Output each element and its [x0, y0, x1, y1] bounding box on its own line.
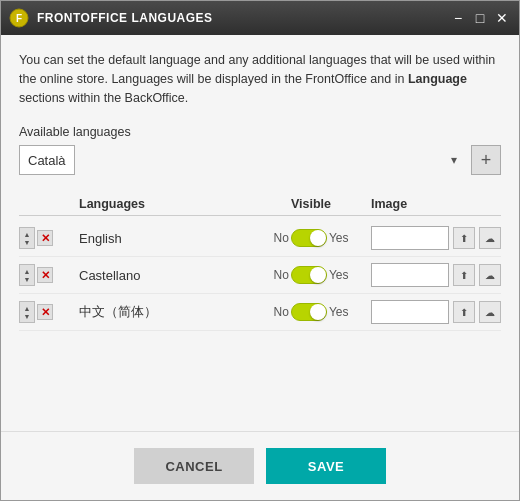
- sort-up-icon: ▲: [24, 231, 31, 238]
- dialog-title: FRONTOFFICE LANGUAGES: [37, 11, 449, 25]
- available-languages-label: Available languages: [19, 125, 501, 139]
- visible-toggle-castellano: No Yes: [251, 266, 371, 284]
- visible-no-label-castellano: No: [274, 268, 289, 282]
- image-upload-button-english[interactable]: ⬆: [453, 227, 475, 249]
- cancel-button[interactable]: CANCEL: [134, 448, 254, 484]
- title-bar: F FRONTOFFICE LANGUAGES − □ ✕: [1, 1, 519, 35]
- description-text2: sections within the BackOffice.: [19, 91, 188, 105]
- sort-down-icon: ▼: [24, 239, 31, 246]
- visible-no-label-chinese: No: [274, 305, 289, 319]
- delete-button-chinese[interactable]: ✕: [37, 304, 53, 320]
- app-icon: F: [9, 8, 29, 28]
- delete-button-castellano[interactable]: ✕: [37, 267, 53, 283]
- image-col-chinese: ⬆ ☁: [371, 300, 501, 324]
- image-clear-button-english[interactable]: ☁: [479, 227, 501, 249]
- language-dropdown-wrapper: Català: [19, 145, 465, 175]
- image-clear-button-chinese[interactable]: ☁: [479, 301, 501, 323]
- image-col-castellano: ⬆ ☁: [371, 263, 501, 287]
- image-input-castellano[interactable]: [371, 263, 449, 287]
- row-controls-english: ▲ ▼ ✕: [19, 227, 79, 249]
- maximize-button[interactable]: □: [471, 9, 489, 27]
- add-language-button[interactable]: +: [471, 145, 501, 175]
- table-row: ▲ ▼ ✕ English No Yes ⬆ ☁: [19, 220, 501, 257]
- language-dropdown[interactable]: Català: [19, 145, 75, 175]
- delete-button-english[interactable]: ✕: [37, 230, 53, 246]
- row-controls-chinese: ▲ ▼ ✕: [19, 301, 79, 323]
- table-row: ▲ ▼ ✕ 中文（简体） No Yes ⬆ ☁: [19, 294, 501, 331]
- visible-toggle-switch-chinese[interactable]: [291, 303, 327, 321]
- window-controls: − □ ✕: [449, 9, 511, 27]
- header-visible: Visible: [251, 197, 371, 211]
- image-input-english[interactable]: [371, 226, 449, 250]
- table-row: ▲ ▼ ✕ Castellano No Yes ⬆ ☁: [19, 257, 501, 294]
- sort-button-english[interactable]: ▲ ▼: [19, 227, 35, 249]
- visible-yes-label-english: Yes: [329, 231, 349, 245]
- sort-button-castellano[interactable]: ▲ ▼: [19, 264, 35, 286]
- image-clear-button-castellano[interactable]: ☁: [479, 264, 501, 286]
- languages-list: ▲ ▼ ✕ English No Yes ⬆ ☁: [19, 220, 501, 331]
- svg-text:F: F: [16, 13, 22, 24]
- language-selector-row: Català +: [19, 145, 501, 175]
- save-button[interactable]: SAVE: [266, 448, 386, 484]
- header-controls-col: [19, 197, 79, 211]
- sort-down-icon: ▼: [24, 276, 31, 283]
- header-languages: Languages: [79, 197, 251, 211]
- sort-button-chinese[interactable]: ▲ ▼: [19, 301, 35, 323]
- visible-yes-label-castellano: Yes: [329, 268, 349, 282]
- sort-down-icon: ▼: [24, 313, 31, 320]
- visible-no-label-english: No: [274, 231, 289, 245]
- image-upload-button-chinese[interactable]: ⬆: [453, 301, 475, 323]
- visible-yes-label-chinese: Yes: [329, 305, 349, 319]
- dialog-content: You can set the default language and any…: [1, 35, 519, 431]
- table-header: Languages Visible Image: [19, 193, 501, 216]
- description-bold: Language: [408, 72, 467, 86]
- visible-toggle-english: No Yes: [251, 229, 371, 247]
- language-name-english: English: [79, 231, 251, 246]
- dialog-footer: CANCEL SAVE: [1, 431, 519, 500]
- visible-toggle-chinese: No Yes: [251, 303, 371, 321]
- sort-up-icon: ▲: [24, 268, 31, 275]
- visible-toggle-switch-english[interactable]: [291, 229, 327, 247]
- image-input-chinese[interactable]: [371, 300, 449, 324]
- image-upload-button-castellano[interactable]: ⬆: [453, 264, 475, 286]
- sort-up-icon: ▲: [24, 305, 31, 312]
- row-controls-castellano: ▲ ▼ ✕: [19, 264, 79, 286]
- description-text: You can set the default language and any…: [19, 51, 501, 107]
- header-image: Image: [371, 197, 501, 211]
- close-button[interactable]: ✕: [493, 9, 511, 27]
- dialog-window: F FRONTOFFICE LANGUAGES − □ ✕ You can se…: [0, 0, 520, 501]
- minimize-button[interactable]: −: [449, 9, 467, 27]
- language-name-chinese: 中文（简体）: [79, 303, 251, 321]
- language-name-castellano: Castellano: [79, 268, 251, 283]
- image-col-english: ⬆ ☁: [371, 226, 501, 250]
- visible-toggle-switch-castellano[interactable]: [291, 266, 327, 284]
